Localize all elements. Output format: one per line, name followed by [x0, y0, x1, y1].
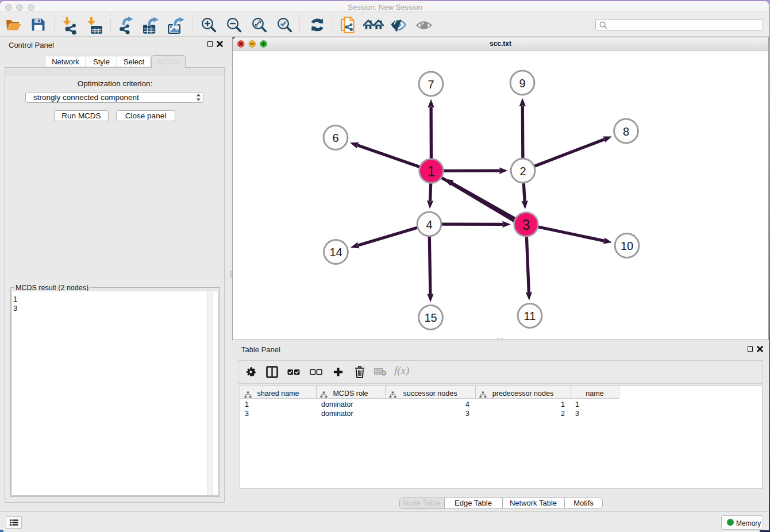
svg-text:11: 11	[524, 310, 536, 322]
svg-text:9: 9	[519, 77, 525, 90]
svg-text:6: 6	[332, 132, 338, 144]
svg-text:1: 1	[428, 163, 436, 179]
svg-text:2: 2	[519, 165, 526, 178]
svg-text:14: 14	[329, 246, 342, 259]
svg-text:8: 8	[623, 125, 629, 138]
svg-text:3: 3	[522, 217, 530, 233]
svg-text:10: 10	[621, 240, 633, 252]
svg-text:15: 15	[424, 311, 437, 324]
svg-text:7: 7	[428, 78, 434, 91]
svg-text:4: 4	[426, 218, 432, 231]
